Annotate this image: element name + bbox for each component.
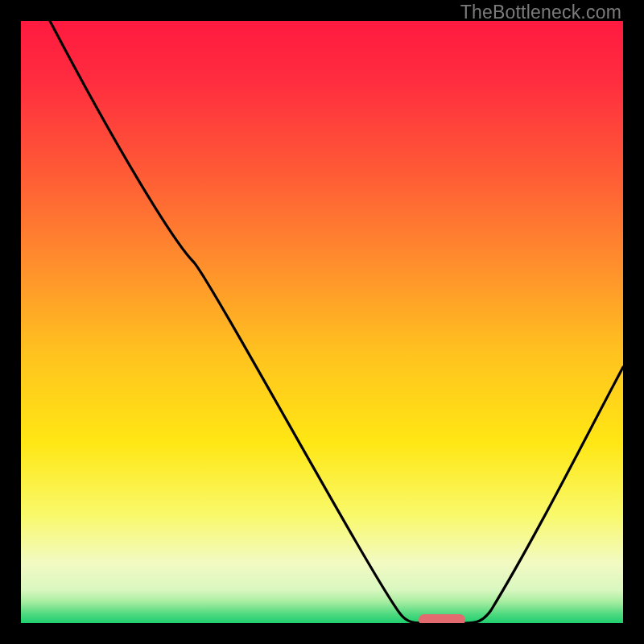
watermark-text: TheBottleneck.com bbox=[460, 2, 621, 23]
plot-area bbox=[21, 21, 623, 623]
bottleneck-curve bbox=[21, 21, 623, 623]
optimal-range-marker bbox=[419, 614, 465, 623]
chart-frame: TheBottleneck.com bbox=[0, 0, 644, 644]
